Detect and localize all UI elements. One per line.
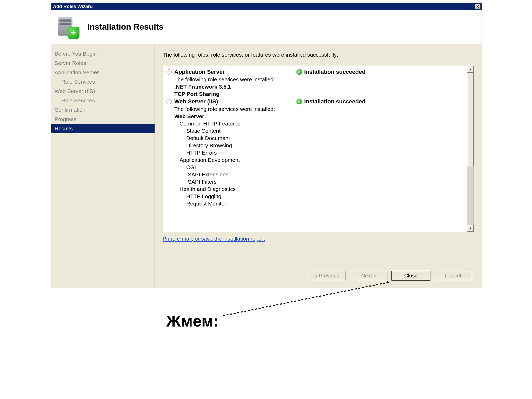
close-button[interactable]: Close bbox=[392, 271, 430, 280]
role-service-line: ISAPI Extensions bbox=[164, 171, 466, 178]
sidebar-item-before-you-begin[interactable]: Before You Begin bbox=[51, 49, 155, 58]
cancel-button: Cancel bbox=[434, 271, 472, 280]
sidebar-item-results[interactable]: Results bbox=[51, 124, 155, 133]
role-name: Application Server bbox=[174, 69, 296, 75]
next-button: Next > bbox=[350, 271, 388, 280]
scroll-down-button[interactable]: ▼ bbox=[467, 225, 474, 232]
sidebar-nav: Before You BeginServer RolesApplication … bbox=[51, 44, 155, 288]
role-service-line: TCP Port Sharing bbox=[164, 90, 466, 98]
installation-report-link[interactable]: Print, e-mail, or save the installation … bbox=[163, 236, 474, 242]
content-pane: The following roles, role services, or f… bbox=[155, 44, 482, 288]
titlebar: Add Roles Wizard ✕ bbox=[51, 3, 482, 10]
role-lead: The following role services were install… bbox=[164, 76, 466, 83]
wizard-window: Add Roles Wizard ✕ + Installation Result… bbox=[51, 3, 482, 288]
sidebar-item-server-roles[interactable]: Server Roles bbox=[51, 58, 155, 68]
scrollbar[interactable]: ▲ ▼ bbox=[467, 66, 474, 232]
role-service-line: Application Development bbox=[164, 156, 466, 164]
sidebar-item-progress[interactable]: Progress bbox=[51, 115, 155, 124]
results-box: ⌃Application Server✓Installation succeed… bbox=[163, 66, 474, 232]
button-row: < Previous Next > Close Cancel bbox=[163, 271, 474, 285]
success-icon: ✓ bbox=[296, 99, 302, 104]
previous-button: < Previous bbox=[308, 271, 346, 280]
sidebar-item-confirmation[interactable]: Confirmation bbox=[51, 105, 155, 115]
scroll-track[interactable] bbox=[467, 166, 474, 225]
scroll-thumb[interactable] bbox=[467, 73, 474, 166]
page-title: Installation Results bbox=[87, 22, 163, 32]
role-service-line: CGI bbox=[164, 164, 466, 171]
close-window-button[interactable]: ✕ bbox=[475, 4, 481, 9]
status-text: Installation succeeded bbox=[304, 69, 365, 75]
chevron-up-icon: ⌃ bbox=[167, 69, 172, 75]
role-header[interactable]: ⌃Web Server (IIS)✓Installation succeeded bbox=[164, 98, 466, 105]
role-service-line: HTTP Errors bbox=[164, 149, 466, 156]
close-icon: ✕ bbox=[476, 4, 479, 9]
role-service-line: Static Content bbox=[164, 127, 466, 135]
role-service-line: HTTP Logging bbox=[164, 193, 466, 200]
plus-badge-icon: + bbox=[68, 27, 79, 39]
role-service-line: Default Document bbox=[164, 135, 466, 142]
sidebar-item-role-services[interactable]: Role Services bbox=[51, 77, 155, 87]
success-icon: ✓ bbox=[296, 69, 302, 75]
role-service-line: Health and Diagnostics bbox=[164, 185, 466, 193]
window-title: Add Roles Wizard bbox=[53, 4, 475, 9]
role-status: ✓Installation succeeded bbox=[296, 98, 365, 105]
chevron-up-icon: ⌃ bbox=[167, 99, 172, 104]
annotation-text: Жмем: bbox=[166, 312, 219, 330]
role-header[interactable]: ⌃Application Server✓Installation succeed… bbox=[164, 68, 466, 76]
sidebar-item-web-server-iis-[interactable]: Web Server (IIS) bbox=[51, 87, 155, 96]
sidebar-item-application-server[interactable]: Application Server bbox=[51, 68, 155, 77]
role-name: Web Server (IIS) bbox=[174, 98, 296, 105]
wizard-icon: + bbox=[56, 15, 79, 39]
sidebar-item-role-services[interactable]: Role Services bbox=[51, 96, 155, 105]
intro-text: The following roles, role services, or f… bbox=[163, 52, 474, 58]
role-service-line: Common HTTP Features bbox=[164, 120, 466, 127]
role-service-line: Request Monitor bbox=[164, 200, 466, 207]
role-service-line: .NET Framework 3.5.1 bbox=[164, 83, 466, 90]
wizard-body: Before You BeginServer RolesApplication … bbox=[51, 44, 482, 288]
role-status: ✓Installation succeeded bbox=[296, 69, 365, 75]
results-list: ⌃Application Server✓Installation succeed… bbox=[163, 66, 467, 232]
role-service-line: ISAPI Filters bbox=[164, 178, 466, 185]
wizard-header: + Installation Results bbox=[51, 10, 482, 44]
status-text: Installation succeeded bbox=[304, 98, 365, 105]
role-service-line: Web Server bbox=[164, 113, 466, 120]
scroll-up-button[interactable]: ▲ bbox=[467, 66, 474, 73]
role-service-line: Directory Browsing bbox=[164, 142, 466, 149]
role-lead: The following role services were install… bbox=[164, 105, 466, 113]
